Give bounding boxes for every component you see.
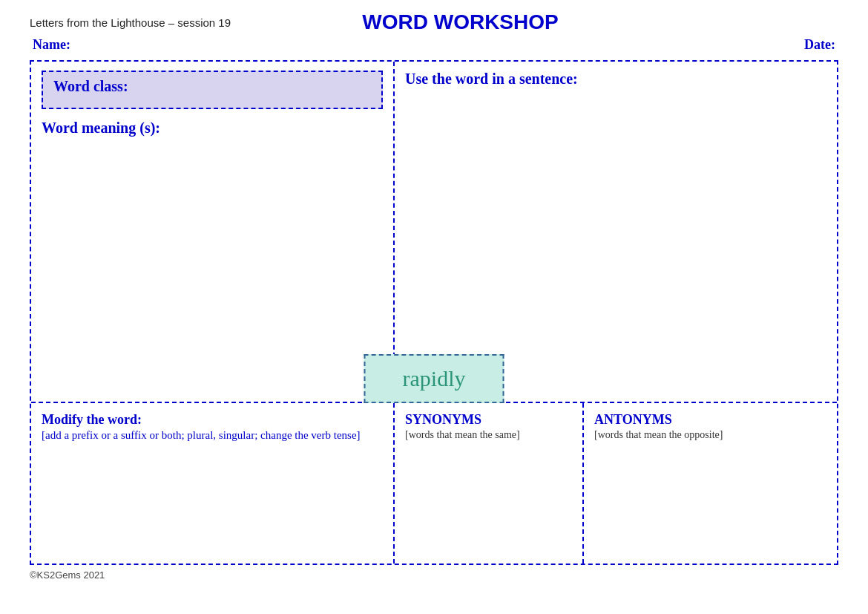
session-label: Letters from the Lighthouse – session 19 <box>30 16 231 29</box>
top-row-wrapper: Word class: Word meaning (s): Use the wo… <box>31 62 837 403</box>
antonyms-sub: [words that mean the opposite] <box>594 429 826 441</box>
synonyms-sub: [words that mean the same] <box>405 429 572 441</box>
left-panel: Word class: Word meaning (s): <box>31 62 395 402</box>
modify-label: Modify the word: [add a prefix or a suff… <box>42 412 383 442</box>
date-label: Date: <box>804 37 835 53</box>
use-sentence-label: Use the word in a sentence: <box>405 71 578 87</box>
antonyms-panel: ANTONYMS [words that mean the opposite] <box>584 403 837 564</box>
page: Letters from the Lighthouse – session 19… <box>0 0 868 614</box>
bottom-row: Modify the word: [add a prefix or a suff… <box>31 403 837 564</box>
name-label: Name: <box>33 37 70 53</box>
word-class-label: Word class: <box>53 78 128 94</box>
modify-bold: Modify the word: <box>42 412 142 427</box>
right-panel: Use the word in a sentence: <box>395 62 837 402</box>
modify-panel: Modify the word: [add a prefix or a suff… <box>31 403 395 564</box>
antonyms-label: ANTONYMS <box>594 412 672 427</box>
word-meaning-section: Word meaning (s): <box>42 120 383 137</box>
main-title: WORD WORKSHOP <box>231 10 690 34</box>
word-class-box: Word class: <box>42 71 383 109</box>
modify-sub: [add a prefix or a suffix or both; plura… <box>42 429 383 442</box>
header-row: Letters from the Lighthouse – session 19… <box>30 10 838 34</box>
footer: ©KS2Gems 2021 <box>30 569 838 581</box>
center-word-bubble: rapidly <box>364 354 504 403</box>
synonyms-panel: SYNONYMS [words that mean the same] <box>395 403 584 564</box>
main-grid: Word class: Word meaning (s): Use the wo… <box>30 60 838 565</box>
synonyms-label: SYNONYMS <box>405 412 481 427</box>
name-date-row: Name: Date: <box>30 37 838 53</box>
center-word-text: rapidly <box>403 366 466 391</box>
copyright-label: ©KS2Gems 2021 <box>30 569 105 581</box>
word-meaning-label: Word meaning (s): <box>42 120 160 136</box>
